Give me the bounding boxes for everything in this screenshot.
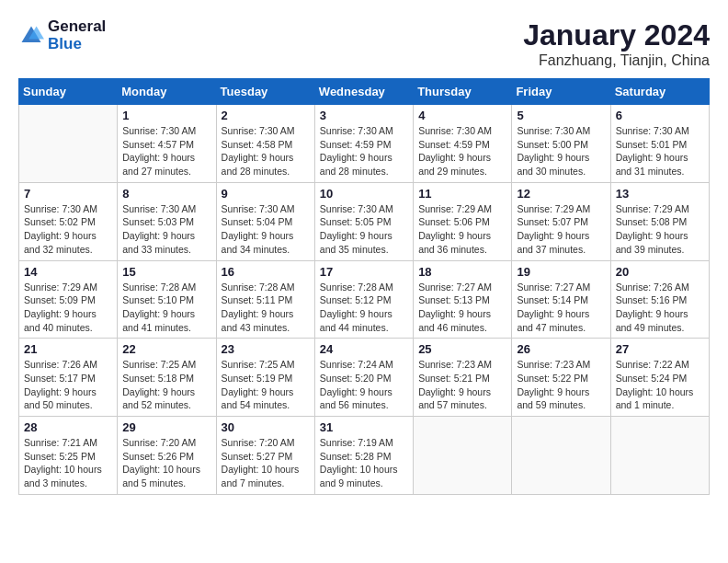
day-number: 24 [320,342,408,356]
page-title: January 2024 [523,18,710,52]
calendar-day-cell: 16Sunrise: 7:28 AMSunset: 5:11 PMDayligh… [216,260,314,339]
weekday-header: Tuesday [216,79,314,105]
day-info: Sunrise: 7:26 AMSunset: 5:17 PMDaylight:… [24,358,112,412]
day-number: 26 [517,342,605,356]
day-info: Sunrise: 7:24 AMSunset: 5:20 PMDaylight:… [320,358,408,412]
day-number: 8 [122,187,210,201]
day-info: Sunrise: 7:29 AMSunset: 5:06 PMDaylight:… [418,202,506,257]
weekday-header: Friday [512,79,610,105]
calendar-day-cell: 20Sunrise: 7:26 AMSunset: 5:16 PMDayligh… [610,260,709,339]
day-number: 23 [222,342,310,356]
day-info: Sunrise: 7:27 AMSunset: 5:13 PMDaylight:… [418,281,506,335]
calendar-day-cell: 15Sunrise: 7:28 AMSunset: 5:10 PMDayligh… [118,260,216,339]
calendar-table: SundayMondayTuesdayWednesdayThursdayFrid… [18,78,710,495]
weekday-header: Monday [118,79,216,105]
day-info: Sunrise: 7:30 AMSunset: 4:59 PMDaylight:… [418,124,506,178]
day-number: 10 [320,187,408,201]
day-number: 12 [517,187,605,201]
logo-text: General Blue [48,18,106,52]
calendar-day-cell: 19Sunrise: 7:27 AMSunset: 5:14 PMDayligh… [512,260,610,339]
calendar-day-cell: 10Sunrise: 7:30 AMSunset: 5:05 PMDayligh… [314,182,413,260]
day-number: 11 [418,187,506,201]
day-info: Sunrise: 7:30 AMSunset: 5:03 PMDaylight:… [122,202,210,257]
day-number: 17 [320,265,408,279]
day-info: Sunrise: 7:29 AMSunset: 5:09 PMDaylight:… [24,281,112,335]
calendar-week-row: 1Sunrise: 7:30 AMSunset: 4:57 PMDaylight… [19,105,710,183]
day-number: 4 [418,109,506,122]
day-number: 19 [517,265,605,279]
weekday-header: Thursday [414,79,512,105]
day-number: 30 [222,420,310,434]
title-block: January 2024 Fanzhuang, Tianjin, China [523,18,710,69]
day-number: 29 [122,420,210,434]
calendar-day-cell: 30Sunrise: 7:20 AMSunset: 5:27 PMDayligh… [216,417,314,495]
day-info: Sunrise: 7:29 AMSunset: 5:08 PMDaylight:… [616,202,704,257]
calendar-day-cell: 25Sunrise: 7:23 AMSunset: 5:21 PMDayligh… [414,339,512,417]
day-number: 18 [418,265,506,279]
day-number: 5 [517,109,605,122]
day-info: Sunrise: 7:23 AMSunset: 5:22 PMDaylight:… [517,358,605,412]
page-header: General Blue January 2024 Fanzhuang, Tia… [18,18,710,69]
calendar-day-cell: 26Sunrise: 7:23 AMSunset: 5:22 PMDayligh… [512,339,610,417]
calendar-day-cell [19,105,118,183]
day-info: Sunrise: 7:28 AMSunset: 5:11 PMDaylight:… [222,281,310,335]
day-info: Sunrise: 7:30 AMSunset: 5:05 PMDaylight:… [320,202,408,257]
day-number: 21 [24,342,112,356]
day-info: Sunrise: 7:29 AMSunset: 5:07 PMDaylight:… [517,202,605,257]
day-info: Sunrise: 7:30 AMSunset: 5:04 PMDaylight:… [222,202,310,257]
calendar-week-row: 14Sunrise: 7:29 AMSunset: 5:09 PMDayligh… [19,260,710,339]
calendar-day-cell [414,417,512,495]
day-number: 6 [616,109,704,122]
day-info: Sunrise: 7:28 AMSunset: 5:10 PMDaylight:… [122,281,210,335]
calendar-day-cell: 6Sunrise: 7:30 AMSunset: 5:01 PMDaylight… [610,105,709,183]
day-number: 14 [24,265,112,279]
logo-icon [18,23,44,49]
calendar-day-cell [512,417,610,495]
weekday-header: Saturday [610,79,709,105]
weekday-header-row: SundayMondayTuesdayWednesdayThursdayFrid… [19,79,710,105]
day-info: Sunrise: 7:22 AMSunset: 5:24 PMDaylight:… [616,358,704,412]
day-number: 1 [122,109,210,122]
calendar-day-cell: 23Sunrise: 7:25 AMSunset: 5:19 PMDayligh… [216,339,314,417]
day-number: 9 [222,187,310,201]
calendar-day-cell: 22Sunrise: 7:25 AMSunset: 5:18 PMDayligh… [118,339,216,417]
logo: General Blue [18,18,106,52]
calendar-day-cell: 31Sunrise: 7:19 AMSunset: 5:28 PMDayligh… [314,417,413,495]
day-number: 27 [616,342,704,356]
calendar-day-cell: 24Sunrise: 7:24 AMSunset: 5:20 PMDayligh… [314,339,413,417]
day-info: Sunrise: 7:19 AMSunset: 5:28 PMDaylight:… [320,436,408,490]
day-info: Sunrise: 7:30 AMSunset: 4:59 PMDaylight:… [320,124,408,178]
day-info: Sunrise: 7:30 AMSunset: 4:58 PMDaylight:… [222,124,310,178]
calendar-day-cell: 17Sunrise: 7:28 AMSunset: 5:12 PMDayligh… [314,260,413,339]
weekday-header: Wednesday [314,79,413,105]
day-number: 20 [616,265,704,279]
day-number: 22 [122,342,210,356]
calendar-day-cell: 12Sunrise: 7:29 AMSunset: 5:07 PMDayligh… [512,182,610,260]
calendar-day-cell: 21Sunrise: 7:26 AMSunset: 5:17 PMDayligh… [19,339,118,417]
calendar-day-cell: 13Sunrise: 7:29 AMSunset: 5:08 PMDayligh… [610,182,709,260]
day-info: Sunrise: 7:27 AMSunset: 5:14 PMDaylight:… [517,281,605,335]
day-info: Sunrise: 7:28 AMSunset: 5:12 PMDaylight:… [320,281,408,335]
day-info: Sunrise: 7:20 AMSunset: 5:26 PMDaylight:… [122,436,210,490]
calendar-day-cell: 8Sunrise: 7:30 AMSunset: 5:03 PMDaylight… [118,182,216,260]
calendar-day-cell: 9Sunrise: 7:30 AMSunset: 5:04 PMDaylight… [216,182,314,260]
day-number: 13 [616,187,704,201]
calendar-day-cell [610,417,709,495]
day-number: 31 [320,420,408,434]
calendar-day-cell: 11Sunrise: 7:29 AMSunset: 5:06 PMDayligh… [414,182,512,260]
calendar-week-row: 28Sunrise: 7:21 AMSunset: 5:25 PMDayligh… [19,417,710,495]
calendar-day-cell: 4Sunrise: 7:30 AMSunset: 4:59 PMDaylight… [414,105,512,183]
calendar-day-cell: 3Sunrise: 7:30 AMSunset: 4:59 PMDaylight… [314,105,413,183]
day-number: 2 [222,109,310,122]
day-info: Sunrise: 7:30 AMSunset: 5:01 PMDaylight:… [616,124,704,178]
calendar-day-cell: 27Sunrise: 7:22 AMSunset: 5:24 PMDayligh… [610,339,709,417]
day-info: Sunrise: 7:30 AMSunset: 4:57 PMDaylight:… [122,124,210,178]
day-number: 3 [320,109,408,122]
day-info: Sunrise: 7:30 AMSunset: 5:00 PMDaylight:… [517,124,605,178]
page-subtitle: Fanzhuang, Tianjin, China [523,52,710,69]
day-info: Sunrise: 7:23 AMSunset: 5:21 PMDaylight:… [418,358,506,412]
day-number: 25 [418,342,506,356]
day-info: Sunrise: 7:25 AMSunset: 5:18 PMDaylight:… [122,358,210,412]
calendar-day-cell: 5Sunrise: 7:30 AMSunset: 5:00 PMDaylight… [512,105,610,183]
calendar-week-row: 21Sunrise: 7:26 AMSunset: 5:17 PMDayligh… [19,339,710,417]
